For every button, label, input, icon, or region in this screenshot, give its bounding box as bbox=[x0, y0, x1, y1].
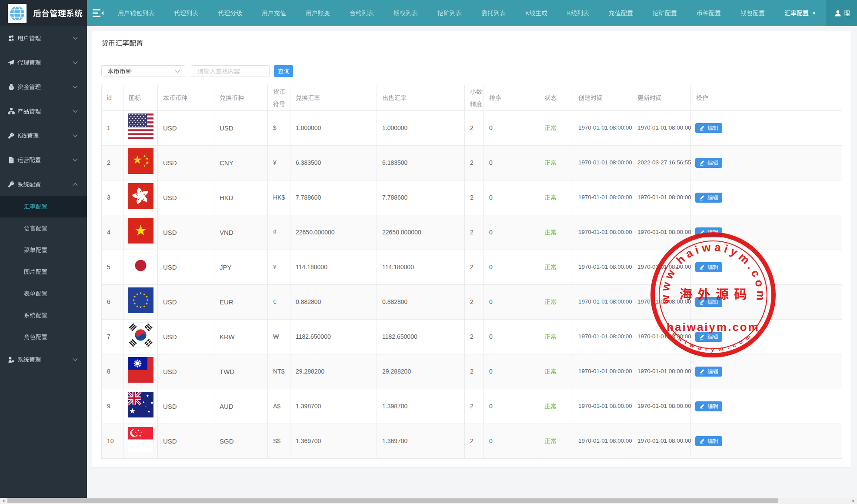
svg-text:haiwaiym.com: haiwaiym.com bbox=[667, 320, 760, 334]
